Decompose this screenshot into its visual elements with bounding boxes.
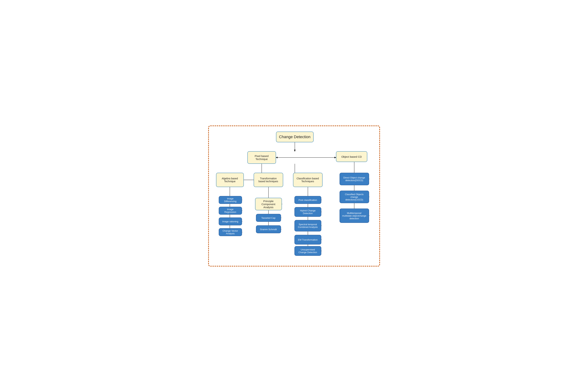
node-gramm: Gramm Schmdit (256, 225, 281, 233)
node-unsup: Unsupervised Change Detection (294, 246, 321, 256)
node-em: EM Transformation (294, 235, 321, 244)
node-hybrid: Hybrid Change Detection (294, 207, 321, 217)
node-classify: Classification based Techniques (293, 173, 322, 187)
node-multi: Multitemporal/ multidate-objectchange de… (340, 208, 369, 223)
node-object: Object based CD (336, 151, 367, 162)
node-imgrat: Image rationing (219, 218, 242, 225)
node-imgreg: Image Regression (219, 207, 242, 214)
node-root: Change Detection (276, 132, 314, 142)
node-cocd: Classified Objects change detection(COCD… (340, 191, 369, 203)
node-algebra: Algebra based Technique (216, 173, 244, 187)
node-spectral: Spectral temporal Combined Analysis (294, 220, 321, 232)
diagram-wrapper: Change Detection Pixel based Technique O… (214, 132, 375, 260)
node-post: Post classification (294, 196, 321, 204)
node-imgdiff: Image Differencing (219, 196, 242, 204)
node-transform: Transformation based techniques (254, 173, 283, 187)
node-pca: Principle Component Analysis (255, 198, 282, 210)
node-docd: Direct Object change detection(DOCD) (340, 173, 369, 185)
node-tasseled: Tasseled Cap (256, 214, 281, 222)
outer-border: Change Detection Pixel based Technique O… (208, 126, 380, 266)
node-cvec: Change Vector Analysis (219, 228, 242, 236)
node-pixel: Pixel based Technique (247, 151, 276, 164)
